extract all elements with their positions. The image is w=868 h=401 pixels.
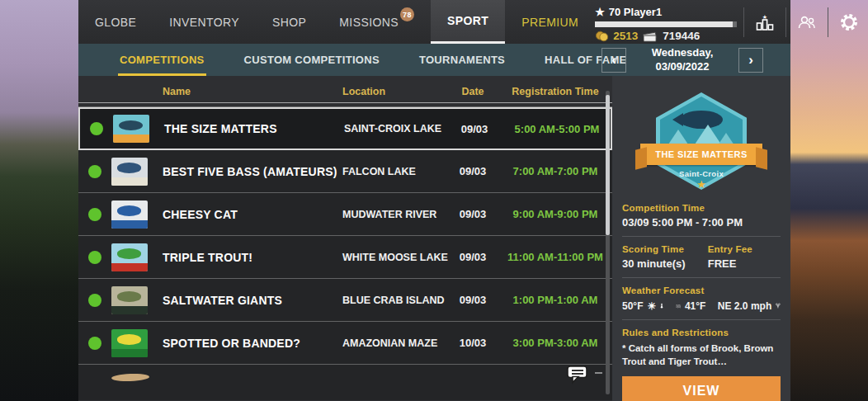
table-row[interactable]: BEST FIVE BASS (AMATEURS)FALCON LAKE09/0…: [78, 150, 612, 193]
table-row[interactable]: SALTWATER GIANTSBLUE CRAB ISLAND09/031:0…: [78, 279, 612, 322]
logo-banner: [111, 349, 148, 357]
game-screen: GLOBE INVENTORY SHOP MISSIONS 78 SPORT P…: [0, 0, 868, 401]
xp-progress-bar: [595, 21, 737, 27]
status-dot: [90, 122, 103, 135]
missions-count-badge: 78: [400, 7, 414, 21]
weather-forecast-row: 50°F ☀ 41°F NE 2.0 mph: [622, 300, 781, 312]
status-dot: [88, 165, 101, 178]
thermometer-icon: [660, 300, 663, 312]
table-row[interactable]: TRIPLE TROUT!WHITE MOOSE LAKE09/0311:00 …: [78, 236, 612, 279]
competition-location: AMAZONIAN MAZE: [342, 337, 447, 349]
tab-sport[interactable]: SPORT: [431, 0, 505, 44]
sport-window: GLOBE INVENTORY SHOP MISSIONS 78 SPORT P…: [78, 0, 790, 401]
header-registration-time: Registration Time: [498, 86, 612, 97]
logo-fish-icon: [117, 205, 141, 215]
header-date: Date: [447, 86, 498, 97]
player-cluster: ★ 70 Player1 2513: [595, 0, 866, 44]
divider: [595, 372, 602, 374]
competition-date: 09/03: [447, 294, 498, 306]
badge-subtitle: Saint-Croix: [637, 169, 766, 178]
entry-fee-value: FREE: [708, 257, 781, 270]
competition-rows: THE SIZE MATTERSSAINT-CROIX LAKE09/035:0…: [78, 107, 612, 365]
status-dot: [88, 208, 101, 221]
coins-balance: 2513: [613, 30, 638, 42]
divider: [622, 319, 781, 320]
background-photo-right: [789, 0, 868, 401]
competition-name: BEST FIVE BASS (AMATEURS): [156, 165, 342, 178]
competition-logo: [111, 286, 148, 314]
air-temp-value: 50°F: [622, 300, 643, 312]
competition-location: FALCON LAKE: [342, 166, 447, 177]
coins-icon: [595, 30, 610, 43]
divider: [785, 7, 786, 37]
competition-name: THE SIZE MATTERS: [158, 122, 344, 135]
table-row[interactable]: SPOTTED OR BANDED?AMAZONIAN MAZE10/033:0…: [78, 322, 612, 365]
logo-banner: [111, 306, 148, 314]
competition-logo: [111, 158, 148, 186]
competitions-table: Name Location Date Registration Time THE…: [78, 76, 612, 401]
competition-date: 10/03: [447, 337, 498, 349]
player-level-name: 70 Player1: [609, 6, 662, 18]
tab-missions-label: MISSIONS: [339, 16, 399, 29]
tab-missions[interactable]: MISSIONS 78: [323, 0, 431, 44]
competition-location: WHITE MOOSE LAKE: [342, 252, 447, 263]
top-nav-bar: GLOBE INVENTORY SHOP MISSIONS 78 SPORT P…: [78, 0, 790, 44]
logo-fish-icon: [117, 291, 141, 301]
leaderboard-button[interactable]: ★: [751, 6, 779, 39]
logo-banner: [111, 263, 148, 271]
chat-button[interactable]: [566, 364, 589, 385]
scrollbar-thumb[interactable]: [606, 95, 610, 235]
main-tabs: GLOBE INVENTORY SHOP MISSIONS 78 SPORT P…: [78, 0, 595, 44]
table-scrollbar[interactable]: [606, 91, 610, 394]
divider: [743, 7, 744, 37]
registration-time: 5:00 AM-5:00 PM: [500, 123, 614, 135]
next-day-button[interactable]: ›: [738, 48, 763, 73]
tab-competitions[interactable]: COMPETITIONS: [100, 44, 224, 76]
competition-date: 09/03: [449, 123, 500, 135]
competition-name: CHEESY CAT: [156, 208, 342, 221]
table-row[interactable]: THE SIZE MATTERSSAINT-CROIX LAKE09/035:0…: [78, 107, 612, 150]
tab-inventory[interactable]: INVENTORY: [153, 0, 256, 44]
tab-tournaments[interactable]: TOURNAMENTS: [399, 44, 525, 76]
registration-time: 3:00 PM-3:00 AM: [498, 337, 612, 349]
tab-custom-competitions[interactable]: CUSTOM COMPETITIONS: [224, 44, 399, 76]
competition-badge: THE SIZE MATTERS Saint-Croix ★: [637, 92, 766, 200]
settings-button[interactable]: [835, 6, 863, 39]
registration-time: 1:00 PM-1:00 AM: [498, 294, 612, 306]
weather-forecast-label: Weather Forecast: [622, 285, 781, 295]
competition-logo: [111, 329, 148, 357]
tab-globe[interactable]: GLOBE: [78, 0, 153, 44]
water-waves-icon: [676, 302, 681, 310]
competition-time-value: 03/09 5:00 PM - 7:00 PM: [622, 216, 781, 229]
anemometer-icon: [776, 300, 781, 312]
competitions-content: Name Location Date Registration Time THE…: [78, 76, 790, 401]
rules-text: * Catch all forms of Brook, Brown Trout …: [622, 342, 781, 368]
table-header: Name Location Date Registration Time: [78, 76, 612, 107]
entry-fee-label: Entry Fee: [708, 244, 781, 254]
table-row[interactable]: CHEESY CATMUDWATER RIVER09/039:00 AM-9:0…: [78, 193, 612, 236]
rules-label: Rules and Restrictions: [622, 328, 781, 337]
status-dot: [88, 337, 101, 350]
gear-icon: [839, 12, 859, 32]
friends-icon: [796, 13, 818, 31]
prev-day-button[interactable]: ‹: [601, 48, 626, 73]
logo-banner: [113, 134, 149, 143]
friends-button[interactable]: [793, 6, 821, 39]
competition-time-label: Competition Time: [622, 203, 781, 213]
table-row-partial[interactable]: [78, 365, 612, 400]
view-button[interactable]: VIEW: [622, 376, 781, 401]
divider: [622, 277, 781, 278]
badge-ribbon: THE SIZE MATTERS: [640, 144, 762, 165]
competition-name: SPOTTED OR BANDED?: [156, 337, 342, 350]
logo-fish-icon: [117, 163, 141, 172]
tab-shop[interactable]: SHOP: [256, 0, 323, 44]
tab-premium[interactable]: PREMIUM: [505, 0, 595, 44]
player-info[interactable]: ★ 70 Player1 2513: [595, 2, 737, 43]
competition-location: BLUE CRAB ISLAND: [342, 295, 447, 306]
header-name: Name: [156, 86, 342, 97]
background-photo-left: [0, 0, 79, 401]
competition-location: MUDWATER RIVER: [342, 209, 447, 220]
competition-logo: [111, 243, 148, 271]
registration-time: 11:00 AM-11:00 PM: [498, 251, 612, 263]
chevron-right-icon: ›: [748, 53, 753, 67]
